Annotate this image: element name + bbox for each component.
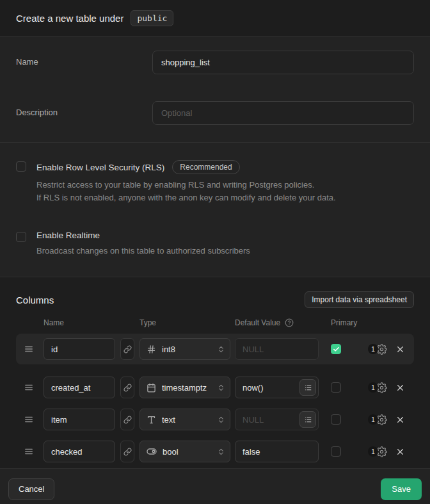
save-button[interactable]: Save xyxy=(381,478,422,500)
primary-key-checkbox[interactable] xyxy=(331,414,341,425)
toggles-section: Enable Row Level Security (RLS) Recommen… xyxy=(0,143,430,277)
realtime-checkbox[interactable] xyxy=(16,232,26,242)
column-default-input[interactable] xyxy=(235,338,319,360)
table-name-input[interactable] xyxy=(152,51,414,74)
remove-column-icon[interactable] xyxy=(395,447,405,457)
realtime-description: Broadcast changes on this table to autho… xyxy=(36,245,250,257)
panel-footer: Cancel Save xyxy=(0,468,430,504)
general-section: Name Description xyxy=(0,37,430,143)
drag-handle-icon[interactable] xyxy=(24,415,33,424)
column-rows-list: int8 1 xyxy=(16,334,414,467)
panel-title: Create a new table under xyxy=(16,13,123,24)
column-settings-button[interactable]: 1 xyxy=(368,344,387,355)
rls-label: Enable Row Level Security (RLS) xyxy=(36,163,164,172)
settings-count-badge: 1 xyxy=(368,382,378,393)
header-primary: Primary xyxy=(331,318,357,327)
panel-header: Create a new table under public xyxy=(0,0,430,37)
import-spreadsheet-button[interactable]: Import data via spreadsheet xyxy=(305,291,414,308)
default-value-picker-icon[interactable] xyxy=(299,379,316,396)
column-row: int8 1 xyxy=(16,334,414,364)
foreign-key-link-icon[interactable] xyxy=(120,338,134,360)
column-name-input[interactable] xyxy=(44,338,115,360)
help-circle-icon[interactable] xyxy=(285,318,294,327)
column-settings-button[interactable]: 1 xyxy=(368,382,387,393)
column-settings-button[interactable]: 1 xyxy=(368,414,387,425)
column-name-input[interactable] xyxy=(44,377,115,398)
header-type: Type xyxy=(139,318,235,327)
column-type-label: bool xyxy=(163,447,211,457)
primary-key-checkbox[interactable] xyxy=(331,446,341,457)
remove-column-icon[interactable] xyxy=(395,345,405,354)
column-type-select[interactable]: bool xyxy=(139,441,230,462)
column-row: bool 1 xyxy=(16,436,414,467)
create-table-panel: Create a new table under public Name Des… xyxy=(0,0,430,504)
column-name-input[interactable] xyxy=(44,441,115,462)
column-row: timestamptz 1 xyxy=(16,372,414,403)
settings-count-badge: 1 xyxy=(368,414,378,425)
primary-key-checkbox[interactable] xyxy=(331,344,341,354)
column-type-label: int8 xyxy=(162,345,211,354)
calendar-icon xyxy=(147,383,156,393)
column-type-select[interactable]: int8 xyxy=(139,338,230,360)
column-default-input[interactable] xyxy=(235,441,319,462)
chevron-up-down-icon xyxy=(217,448,225,456)
remove-column-icon[interactable] xyxy=(395,383,405,393)
hash-icon xyxy=(147,345,156,354)
chevron-up-down-icon xyxy=(217,345,225,354)
column-type-label: timestamptz xyxy=(162,383,211,393)
toggle-icon xyxy=(147,446,157,457)
description-label: Description xyxy=(16,101,152,117)
settings-count-badge: 1 xyxy=(368,344,378,354)
remove-column-icon[interactable] xyxy=(395,415,405,425)
header-default-value: Default Value xyxy=(235,318,331,327)
chevron-up-down-icon xyxy=(217,416,225,424)
foreign-key-link-icon[interactable] xyxy=(120,441,134,462)
recommended-badge: Recommended xyxy=(172,160,239,174)
rls-toggle-block: Enable Row Level Security (RLS) Recommen… xyxy=(16,160,414,204)
realtime-label: Enable Realtime xyxy=(36,231,100,240)
drag-handle-icon[interactable] xyxy=(24,383,33,392)
column-name-input[interactable] xyxy=(44,409,115,430)
columns-grid-header: Name Type Default Value Primary xyxy=(16,318,414,327)
foreign-key-link-icon[interactable] xyxy=(120,409,134,430)
column-type-label: text xyxy=(162,415,211,425)
columns-title: Columns xyxy=(16,295,54,305)
header-name: Name xyxy=(44,318,139,327)
default-value-picker-icon[interactable] xyxy=(299,411,316,428)
column-row: text 1 xyxy=(16,404,414,435)
description-field-row: Description xyxy=(16,101,414,125)
rls-checkbox[interactable] xyxy=(16,161,26,172)
primary-key-checkbox[interactable] xyxy=(331,382,341,393)
column-type-select[interactable]: text xyxy=(139,409,230,430)
realtime-toggle-block: Enable Realtime Broadcast changes on thi… xyxy=(16,231,414,257)
settings-count-badge: 1 xyxy=(368,446,378,457)
schema-badge: public xyxy=(131,10,173,26)
drag-handle-icon[interactable] xyxy=(24,345,33,354)
column-settings-button[interactable]: 1 xyxy=(368,446,387,457)
columns-section: Columns Import data via spreadsheet Name… xyxy=(0,277,430,468)
name-label: Name xyxy=(16,51,152,67)
column-type-select[interactable]: timestamptz xyxy=(139,377,230,398)
foreign-key-link-icon[interactable] xyxy=(120,377,134,398)
table-description-input[interactable] xyxy=(152,101,414,125)
rls-description: Restrict access to your table by enablin… xyxy=(36,179,336,204)
name-field-row: Name xyxy=(16,51,414,74)
chevron-up-down-icon xyxy=(217,384,225,392)
drag-handle-icon[interactable] xyxy=(24,447,33,456)
cancel-button[interactable]: Cancel xyxy=(8,478,54,500)
text-icon xyxy=(147,415,156,425)
